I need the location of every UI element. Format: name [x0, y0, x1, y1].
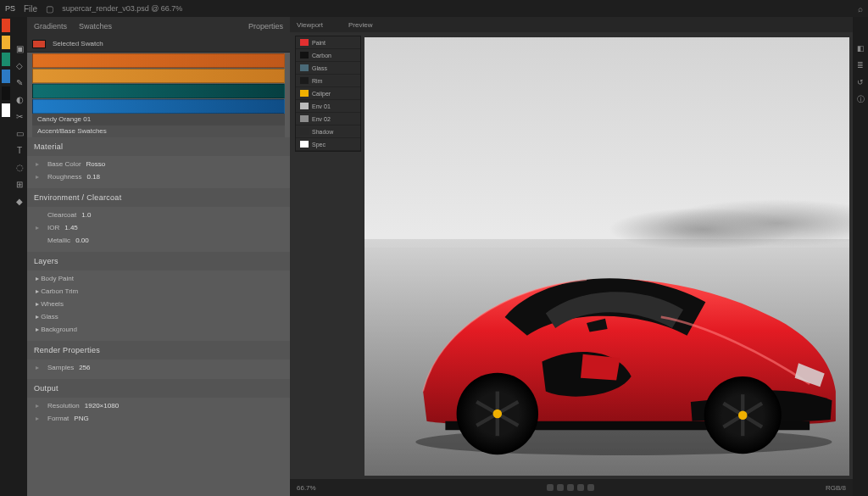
- tool-text-icon[interactable]: T: [14, 144, 25, 156]
- prop-row[interactable]: Metallic0.00: [27, 234, 290, 247]
- tab-gradients[interactable]: Gradients: [34, 22, 67, 31]
- strip-swatch[interactable]: [2, 53, 10, 66]
- material-item[interactable]: Paint: [296, 36, 360, 49]
- color-swatch-3[interactable]: [32, 84, 285, 98]
- canvas-frame: [364, 37, 849, 476]
- color-mode: RGB/8: [826, 484, 846, 492]
- render-canvas[interactable]: [364, 37, 849, 476]
- history-icon[interactable]: ↺: [854, 76, 866, 88]
- tab-properties[interactable]: Properties: [248, 22, 283, 31]
- panel-tabs: Gradients Swatches Properties: [27, 17, 290, 36]
- layer-row[interactable]: ▸ Body Paint: [27, 272, 290, 285]
- prop-row[interactable]: Clearcoat1.0: [27, 209, 290, 221]
- swatch-label: Selected Swatch: [53, 40, 103, 47]
- tool-brush-icon[interactable]: ✎: [14, 76, 25, 88]
- layer-row[interactable]: ▸ Background: [27, 323, 290, 336]
- swatch-header: Selected Swatch: [27, 36, 290, 53]
- material-item[interactable]: Env 02: [296, 113, 360, 125]
- material-item[interactable]: Caliper: [296, 87, 360, 100]
- tool-crop-icon[interactable]: ✂: [14, 110, 25, 122]
- panel-toggle-icon[interactable]: ◧: [854, 42, 866, 54]
- color-swatch-4[interactable]: [32, 99, 285, 114]
- search-icon[interactable]: ⌕: [858, 4, 863, 14]
- tool-move-icon[interactable]: ▣: [14, 42, 25, 54]
- tool-shape-icon[interactable]: ▭: [14, 127, 25, 139]
- prop-row[interactable]: ▸FormatPNG: [27, 412, 290, 425]
- prop-row[interactable]: ▸Samples256: [27, 361, 290, 374]
- status-dot: [547, 484, 554, 491]
- material-item[interactable]: Env 01: [296, 100, 360, 113]
- menu-file[interactable]: File: [24, 4, 37, 14]
- app-root: PS File ▢ supercar_render_v03.psd @ 66.7…: [0, 0, 868, 496]
- swatch-chip[interactable]: [32, 40, 46, 48]
- strip-swatch[interactable]: [2, 36, 10, 49]
- preview-tab[interactable]: Preview: [348, 21, 372, 29]
- material-list-panel: Paint Carbon Glass Rim Caliper Env 01 En…: [295, 36, 361, 152]
- status-dot: [587, 484, 594, 491]
- material-item[interactable]: Spec: [296, 138, 360, 151]
- color-swatch-2[interactable]: [32, 69, 285, 83]
- layer-row[interactable]: ▸ Carbon Trim: [27, 285, 290, 298]
- document-title: supercar_render_v03.psd @ 66.7%: [62, 4, 182, 13]
- prop-row[interactable]: ▸Resolution1920×1080: [27, 399, 290, 412]
- svg-point-12: [738, 410, 748, 420]
- prop-row[interactable]: ▸Base ColorRosso: [27, 158, 290, 170]
- prop-row[interactable]: ▸Roughness0.18: [27, 170, 290, 183]
- strip-swatch[interactable]: [2, 19, 10, 32]
- status-indicators: [547, 484, 594, 491]
- right-dock: ◧ ≣ ↺ ⓘ: [853, 17, 868, 496]
- material-item[interactable]: Shadow: [296, 125, 360, 138]
- tool-grid-icon[interactable]: ⊞: [14, 178, 25, 190]
- color-label-line-2: Accent/Base Swatches: [32, 125, 285, 137]
- material-item[interactable]: Rim: [296, 75, 360, 87]
- left-swatch-strip: [0, 17, 12, 496]
- status-dot: [577, 484, 584, 491]
- strip-swatch[interactable]: [2, 70, 10, 83]
- status-bar: 66.7% RGB/8: [290, 479, 853, 496]
- section-layers-header[interactable]: Layers: [27, 252, 290, 270]
- save-icon[interactable]: ▢: [46, 4, 53, 14]
- section-render-header[interactable]: Render Properties: [27, 341, 290, 359]
- main-area: ▣ ◇ ✎ ◐ ✂ ▭ T ◌ ⊞ ◆ Gradients Swatches P…: [0, 17, 868, 496]
- title-bar: PS File ▢ supercar_render_v03.psd @ 66.7…: [0, 0, 868, 17]
- tool-select-icon[interactable]: ◇: [14, 59, 25, 71]
- status-dot: [557, 484, 564, 491]
- tab-swatches[interactable]: Swatches: [79, 22, 112, 31]
- color-swatch-1[interactable]: [32, 53, 285, 68]
- section-env-header[interactable]: Environment / Clearcoat: [27, 188, 290, 207]
- svg-point-6: [493, 409, 503, 418]
- viewport-tab[interactable]: Viewport: [297, 21, 323, 29]
- material-item[interactable]: Glass: [296, 62, 360, 75]
- layer-row[interactable]: ▸ Wheels: [27, 298, 290, 310]
- layers-icon[interactable]: ≣: [854, 59, 866, 71]
- section-output-header[interactable]: Output: [27, 379, 290, 398]
- viewport-area: Viewport Preview Paint Carbon Glass Rim …: [290, 17, 853, 496]
- tool-picker-icon[interactable]: ◆: [14, 195, 25, 207]
- tool-strip: ▣ ◇ ✎ ◐ ✂ ▭ T ◌ ⊞ ◆: [12, 17, 27, 496]
- layer-row[interactable]: ▸ Glass: [27, 310, 290, 323]
- tool-ellipse-icon[interactable]: ◌: [14, 161, 25, 173]
- viewport-tabs: Viewport Preview: [290, 17, 853, 32]
- tool-gradient-icon[interactable]: ◐: [14, 93, 25, 105]
- strip-swatch[interactable]: [2, 103, 10, 117]
- properties-panel: Gradients Swatches Properties Selected S…: [27, 17, 290, 496]
- info-icon[interactable]: ⓘ: [854, 93, 866, 105]
- zoom-level[interactable]: 66.7%: [297, 484, 316, 492]
- prop-row[interactable]: ▸IOR1.45: [27, 221, 290, 234]
- material-item[interactable]: Carbon: [296, 49, 360, 62]
- app-logo: PS: [5, 4, 15, 13]
- section-material-header[interactable]: Material: [27, 137, 290, 156]
- car-render: [393, 160, 839, 459]
- status-dot: [567, 484, 574, 491]
- color-label-line: Candy Orange 01: [32, 114, 285, 125]
- strip-swatch[interactable]: [2, 86, 10, 100]
